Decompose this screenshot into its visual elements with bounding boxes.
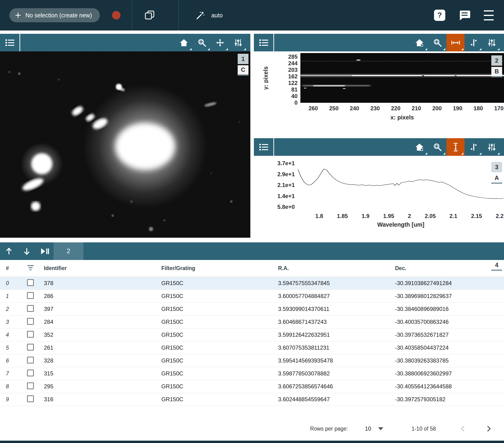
viewer-number-badge[interactable]: 3 bbox=[491, 162, 502, 172]
row-ra: 3.6067253856574646 bbox=[278, 383, 395, 390]
viewer-number-badge[interactable]: 1 bbox=[238, 54, 249, 64]
rows-per-page-select[interactable]: 10 bbox=[365, 426, 371, 432]
help-button[interactable]: ? bbox=[434, 10, 445, 21]
row-checkbox[interactable] bbox=[27, 382, 44, 391]
tick-label: 200 bbox=[432, 105, 442, 112]
table-row[interactable]: 8295GR150C3.6067253856574646-30.40556412… bbox=[0, 380, 504, 393]
table-row[interactable]: 3284GR150C3.60468671437243-30.4003570086… bbox=[0, 316, 504, 328]
table-row[interactable]: 0378GR150C3.594757555347845-30.391038627… bbox=[0, 277, 504, 290]
home-tool[interactable] bbox=[410, 34, 428, 51]
spectrum-1d-canvas[interactable]: 3 A bbox=[298, 160, 504, 211]
box-zoom-tool[interactable] bbox=[428, 34, 447, 51]
previous-page-button[interactable] bbox=[459, 425, 467, 432]
row-checkbox[interactable] bbox=[27, 318, 44, 326]
new-selection-button[interactable]: No selection (create new) bbox=[9, 8, 100, 22]
viewer-number-badge[interactable]: 2 bbox=[491, 55, 502, 66]
row-checkbox[interactable] bbox=[27, 279, 44, 288]
row-checkbox[interactable] bbox=[27, 305, 44, 313]
next-row-button[interactable] bbox=[18, 242, 36, 260]
row-ra: 3.607075353811231 bbox=[278, 344, 395, 351]
line-select-tool[interactable] bbox=[465, 34, 483, 51]
row-index: 2 bbox=[6, 306, 27, 312]
tick-label: 2.05 bbox=[425, 213, 436, 219]
box-zoom-tool[interactable] bbox=[193, 34, 211, 51]
viewer-creator-button[interactable] bbox=[144, 10, 155, 21]
tick-label: 162 bbox=[288, 73, 298, 80]
box-zoom-tool[interactable] bbox=[428, 138, 447, 156]
row-checkbox[interactable] bbox=[27, 292, 44, 300]
tick-label: 190 bbox=[453, 105, 462, 112]
main-menu-button[interactable] bbox=[484, 9, 494, 22]
plot-options-tool[interactable] bbox=[483, 34, 501, 51]
viewer-letter-badge[interactable]: B bbox=[491, 67, 502, 77]
tick-label: 260 bbox=[309, 105, 318, 112]
plot-options-tool[interactable] bbox=[229, 34, 247, 51]
checkbox-icon bbox=[27, 318, 34, 325]
list-icon bbox=[5, 39, 15, 47]
column-filter-grating[interactable]: Filter/Grating bbox=[161, 265, 278, 272]
feedback-button[interactable] bbox=[458, 10, 471, 21]
tick-label: 1.85 bbox=[337, 213, 348, 219]
table-row[interactable]: 4352GR150C3.599126422632951-30.397365326… bbox=[0, 328, 504, 341]
line-select-tool[interactable] bbox=[465, 138, 483, 156]
checkbox-icon bbox=[27, 279, 34, 286]
column-ra[interactable]: R.A. bbox=[278, 265, 395, 272]
row-ra: 3.602448854559647 bbox=[278, 396, 395, 403]
pagination-range: 1-10 of 58 bbox=[412, 426, 436, 432]
tick-label: 2.9e+1 bbox=[277, 171, 295, 178]
tick-label: 2.15 bbox=[471, 213, 482, 219]
image-viewer-canvas[interactable]: 1 C bbox=[0, 51, 250, 238]
horizontal-pan-zoom-tool[interactable] bbox=[447, 34, 465, 51]
home-tool[interactable] bbox=[410, 138, 428, 156]
next-page-button[interactable] bbox=[485, 425, 492, 432]
plot-options-tool[interactable] bbox=[483, 138, 501, 156]
row-ra: 3.60468671437243 bbox=[278, 319, 395, 325]
list-icon bbox=[259, 143, 269, 151]
row-checkbox[interactable] bbox=[27, 357, 44, 365]
data-menu-button[interactable] bbox=[254, 34, 274, 51]
tick-label: 2.1 bbox=[450, 213, 457, 219]
row-filter-grating: GR150C bbox=[161, 332, 278, 338]
table-row[interactable]: 5261GR150C3.607075353811231-30.403585044… bbox=[0, 341, 504, 354]
viewer-letter-badge[interactable]: A bbox=[491, 173, 502, 184]
chevron-right-icon bbox=[485, 425, 492, 432]
viewer-letter-badge[interactable]: C bbox=[238, 65, 249, 76]
image-viewer: 1 C bbox=[0, 34, 250, 238]
table-row[interactable]: 7315GR150C3.598778503078882-30.388006923… bbox=[0, 367, 504, 380]
row-checkbox[interactable] bbox=[27, 370, 44, 378]
list-icon bbox=[259, 39, 269, 47]
home-icon bbox=[415, 38, 424, 47]
table-row[interactable]: 1286GR150C3.600057704884827-30.389698012… bbox=[0, 290, 504, 303]
row-dec: -30.389698012829637 bbox=[395, 293, 504, 299]
pan-tool[interactable] bbox=[211, 34, 229, 51]
spectrum-2d-canvas[interactable]: 2 B bbox=[300, 53, 504, 103]
subset-color-dot[interactable] bbox=[112, 11, 121, 19]
row-index: 1 bbox=[6, 293, 27, 299]
data-menu-button[interactable] bbox=[0, 34, 20, 51]
tick-label: 230 bbox=[370, 105, 380, 112]
viewer-reference-badges: 1 C bbox=[238, 54, 249, 76]
auto-link-control[interactable]: auto bbox=[179, 10, 223, 20]
home-tool[interactable] bbox=[175, 34, 193, 51]
column-dec[interactable]: Dec. bbox=[395, 265, 504, 272]
vertical-pan-zoom-tool[interactable] bbox=[447, 138, 465, 156]
row-checkbox[interactable] bbox=[27, 344, 44, 352]
vertical-line-marker-icon bbox=[469, 143, 478, 152]
row-checkbox[interactable] bbox=[27, 395, 44, 404]
row-filter-grating: GR150C bbox=[161, 370, 278, 377]
previous-row-button[interactable] bbox=[0, 242, 18, 260]
column-filter-button[interactable] bbox=[27, 265, 44, 272]
data-menu-button[interactable] bbox=[254, 138, 274, 156]
table-row[interactable]: 6328GR150C3.5954145693935478-30.38039263… bbox=[0, 354, 504, 367]
table-row[interactable]: 9316GR150C3.602448854559647-30.397257930… bbox=[0, 393, 504, 406]
new-selection-label: No selection (create new) bbox=[25, 12, 92, 19]
chevron-down-icon[interactable] bbox=[378, 427, 383, 430]
row-identifier: 397 bbox=[44, 306, 161, 312]
play-pause-rows-button[interactable] bbox=[36, 242, 54, 260]
table-row[interactable]: 2397GR150C3.593099014370611-30.384608969… bbox=[0, 303, 504, 316]
tick-label: 180 bbox=[473, 105, 483, 112]
column-identifier[interactable]: Identifier bbox=[44, 265, 161, 272]
table-number-badge[interactable]: 4 bbox=[491, 260, 502, 271]
tick-label: 2 bbox=[408, 213, 411, 219]
row-checkbox[interactable] bbox=[27, 331, 44, 339]
